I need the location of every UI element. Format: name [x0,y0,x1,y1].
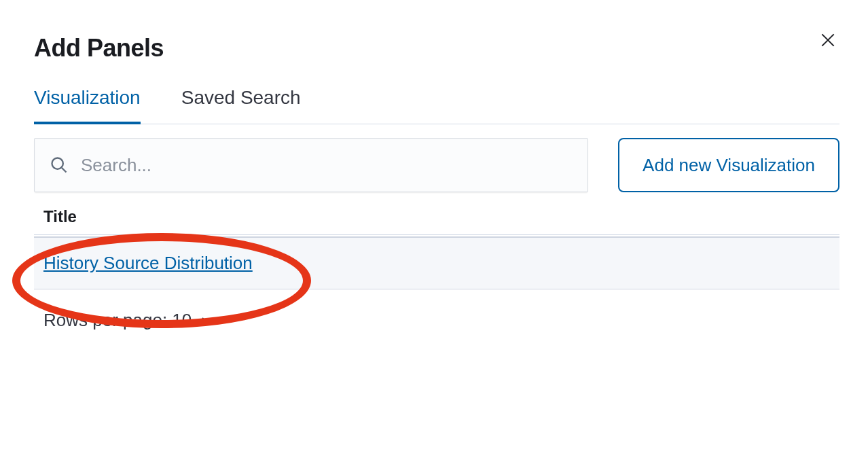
close-icon [819,31,837,51]
add-new-visualization-button[interactable]: Add new Visualization [618,138,839,192]
table-column-title: Title [43,207,77,226]
search-input[interactable] [81,155,573,176]
svg-point-2 [52,158,63,169]
chevron-down-icon [201,316,215,325]
page-title: Add Panels [34,34,164,63]
search-icon [50,156,69,175]
close-button[interactable] [816,29,839,54]
table-row[interactable]: History Source Distribution [34,236,839,289]
svg-line-3 [62,168,67,173]
visualization-link-history-source-distribution[interactable]: History Source Distribution [43,253,253,273]
tab-saved-search[interactable]: Saved Search [181,87,301,124]
tab-visualization[interactable]: Visualization [34,87,141,124]
rows-per-page-label: Rows per page: 10 [43,310,192,331]
search-box[interactable] [34,138,588,192]
rows-per-page-selector[interactable]: Rows per page: 10 [43,310,215,331]
table-header: Title [34,207,839,235]
tab-bar: Visualization Saved Search [34,87,839,124]
